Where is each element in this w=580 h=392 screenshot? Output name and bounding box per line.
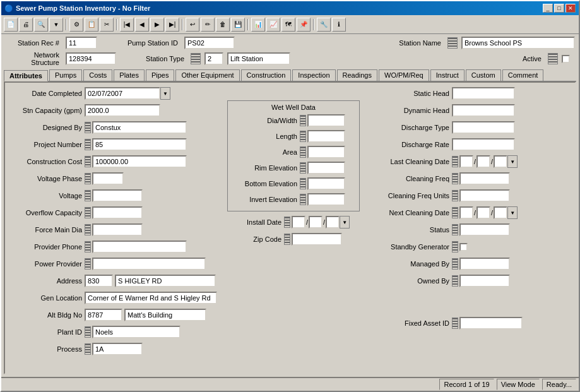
next-cleaning-yyyy[interactable]: [494, 206, 507, 219]
tool8[interactable]: 📊: [251, 18, 265, 32]
nav-last[interactable]: ▶|: [165, 18, 179, 32]
dynamic-head-label: Dynamic Head: [364, 107, 452, 114]
pump-station-id-input[interactable]: PS02: [184, 37, 235, 49]
tool3[interactable]: ✂: [100, 18, 114, 32]
gen-location-row: Gen Location Corner of E Warner Rd and S…: [9, 291, 223, 305]
tab-plates[interactable]: Plates: [114, 69, 145, 81]
length-input[interactable]: [307, 130, 345, 143]
construction-cost-input[interactable]: 100000.00: [92, 155, 187, 168]
tab-other-equipment[interactable]: Other Equipment: [175, 69, 239, 81]
invert-elevation-input[interactable]: [307, 193, 345, 206]
project-number-input[interactable]: 85: [92, 138, 187, 151]
dia-width-input[interactable]: [307, 114, 345, 127]
address-street-input[interactable]: S HIGLEY RD: [115, 275, 216, 287]
print-button[interactable]: 🖨: [19, 18, 33, 32]
right-column: Static Head Dynamic Head Discharge Type …: [364, 86, 571, 369]
station-name-input[interactable]: Browns School PS: [461, 37, 575, 49]
tab-pumps[interactable]: Pumps: [49, 69, 82, 81]
install-date-mm[interactable]: [292, 216, 305, 229]
tool9[interactable]: 📈: [266, 18, 280, 32]
status-bar: Record 1 of 19 View Mode Ready...: [1, 377, 579, 391]
install-date-dd[interactable]: [309, 216, 323, 229]
minimize-button[interactable]: _: [543, 4, 553, 13]
process-input[interactable]: 1A: [92, 343, 143, 355]
cleaning-freq-input[interactable]: [459, 172, 510, 185]
nav-prev[interactable]: ◀: [135, 18, 149, 32]
tool11[interactable]: 📌: [297, 18, 311, 32]
alt-bldg-no-input[interactable]: 8787: [85, 309, 122, 321]
tab-inspection[interactable]: Inspection: [292, 69, 335, 81]
overflow-capacity-input[interactable]: [92, 206, 143, 219]
station-rec-input[interactable]: 11: [66, 37, 97, 49]
tool7[interactable]: 💾: [231, 18, 245, 32]
filter-button[interactable]: ▼: [49, 18, 63, 32]
cleaning-freq-units-input[interactable]: [459, 189, 510, 202]
station-type-num-input[interactable]: 2: [204, 52, 223, 65]
tool4[interactable]: ↩: [186, 18, 199, 32]
date-completed-input[interactable]: 02/07/2007: [85, 87, 160, 100]
station-type-icon: [191, 53, 201, 64]
tab-pipes[interactable]: Pipes: [146, 69, 175, 81]
new-button[interactable]: 📄: [4, 18, 18, 32]
voltage-phase-input[interactable]: [92, 172, 124, 185]
active-checkbox[interactable]: [562, 55, 570, 63]
nav-next[interactable]: ▶: [150, 18, 164, 32]
install-date-yyyy[interactable]: [326, 216, 340, 229]
maximize-button[interactable]: □: [554, 4, 564, 13]
dynamic-head-input[interactable]: [452, 104, 515, 117]
alt-bldg-name-input[interactable]: Matt's Building: [124, 309, 206, 321]
tab-costs[interactable]: Costs: [83, 69, 112, 81]
address-num-input[interactable]: 830: [85, 275, 113, 287]
tab-wo-pm-req[interactable]: WO/PM/Req: [379, 69, 429, 81]
force-main-dia-input[interactable]: [92, 223, 143, 236]
tool5[interactable]: ✏: [201, 18, 215, 32]
standby-generator-checkbox[interactable]: [459, 243, 468, 251]
next-cleaning-dd[interactable]: [476, 206, 490, 219]
next-cleaning-mm[interactable]: [459, 206, 473, 219]
tool6[interactable]: 🗑: [216, 18, 230, 32]
last-cleaning-yyyy[interactable]: [494, 155, 507, 168]
tab-comment[interactable]: Comment: [502, 69, 544, 81]
owned-by-input[interactable]: [459, 275, 510, 287]
tool12[interactable]: 🔧: [317, 18, 331, 32]
tab-custom[interactable]: Custom: [466, 69, 501, 81]
plant-id-input[interactable]: Noels: [92, 326, 181, 338]
tool10[interactable]: 🗺: [281, 18, 295, 32]
managed-by-input[interactable]: [459, 258, 510, 270]
tool1[interactable]: ⚙: [69, 18, 83, 32]
rim-elevation-input[interactable]: [307, 162, 345, 174]
last-cleaning-dropdown[interactable]: ▼: [507, 155, 518, 168]
fixed-asset-id-input[interactable]: [459, 317, 523, 330]
tool2[interactable]: 📋: [85, 18, 98, 32]
tab-readings[interactable]: Readings: [337, 69, 377, 81]
view-mode-status: View Mode: [497, 379, 540, 390]
tab-construction[interactable]: Construction: [241, 69, 292, 81]
power-provider-input[interactable]: [92, 258, 206, 270]
network-structure-input[interactable]: 128394: [66, 52, 116, 65]
gen-location-input[interactable]: Corner of E Warner Rd and S Higley Rd: [85, 292, 217, 304]
status-input[interactable]: [459, 223, 510, 236]
discharge-type-input[interactable]: [452, 121, 515, 134]
static-head-input[interactable]: [452, 87, 515, 100]
tab-attributes[interactable]: Attributes: [4, 70, 48, 81]
tool13[interactable]: ℹ: [332, 18, 346, 32]
close-button[interactable]: ✕: [565, 4, 576, 13]
last-cleaning-mm[interactable]: [459, 155, 473, 168]
tab-instruct[interactable]: Instruct: [430, 69, 465, 81]
bottom-elevation-input[interactable]: [307, 177, 345, 190]
stn-capacity-input[interactable]: 2000.0: [85, 104, 160, 117]
discharge-rate-input[interactable]: [452, 138, 515, 151]
provider-phone-input[interactable]: [92, 241, 187, 253]
zip-code-input[interactable]: [292, 233, 342, 246]
search-button[interactable]: 🔍: [34, 18, 48, 32]
date-dropdown-icon[interactable]: ▼: [160, 87, 170, 100]
area-input[interactable]: [307, 146, 345, 158]
cleaning-freq-icon: [452, 173, 458, 184]
voltage-input[interactable]: [92, 189, 143, 202]
designed-by-input[interactable]: Constux: [92, 121, 187, 134]
nav-first[interactable]: |◀: [120, 18, 134, 32]
install-date-dropdown[interactable]: ▼: [340, 216, 350, 229]
next-cleaning-dropdown[interactable]: ▼: [507, 206, 518, 219]
station-type-desc-input[interactable]: Lift Station: [227, 52, 290, 65]
last-cleaning-dd[interactable]: [476, 155, 490, 168]
